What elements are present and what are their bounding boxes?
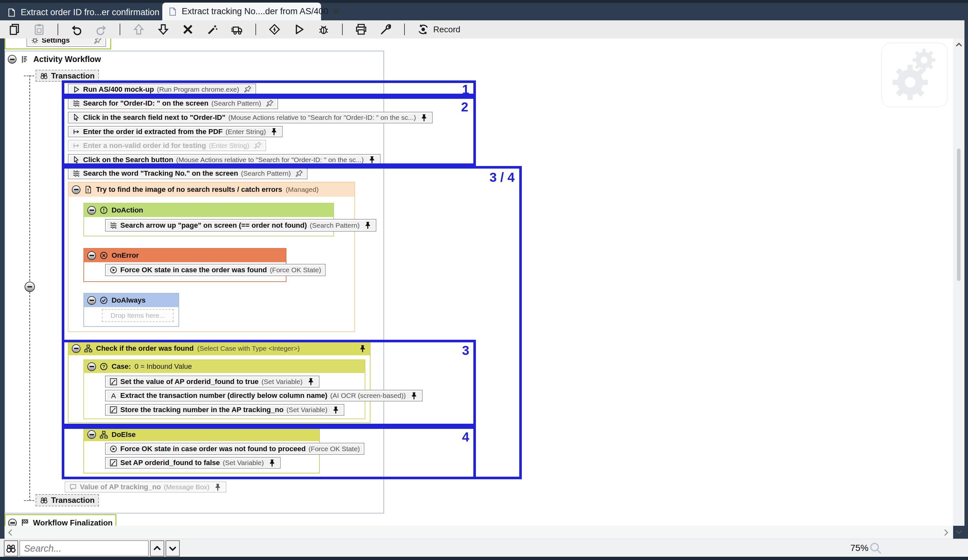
node-transaction-bottom[interactable]: Transaction <box>36 494 99 506</box>
scroll-up-icon[interactable] <box>955 41 963 49</box>
toolbar-separator <box>58 23 58 35</box>
section-title: Workflow Finalization <box>33 518 113 526</box>
node-label: Transaction <box>51 71 95 81</box>
node-transaction-top[interactable]: Transaction <box>36 70 99 82</box>
annotation-box-1 <box>62 81 476 96</box>
section-title: Activity Workflow <box>33 55 101 64</box>
annotation-number-3: 3 <box>462 343 469 358</box>
pin-outline-icon[interactable] <box>93 38 101 45</box>
node-label: Value of AP tracking_no <box>80 483 161 491</box>
node-type: (Message Box) <box>164 483 209 491</box>
scrollbar-thumb[interactable] <box>957 149 961 281</box>
debug-icon[interactable] <box>318 23 330 36</box>
toolbar-separator <box>404 23 405 35</box>
title-bar: Extract order ID fro...er confirmation E… <box>0 0 968 20</box>
find-button[interactable] <box>4 540 18 557</box>
toolbar-separator <box>119 23 120 35</box>
finish-flag-icon <box>21 519 29 526</box>
find-previous-button[interactable] <box>150 540 164 557</box>
annotation-box-4 <box>62 426 476 479</box>
collapse-icon[interactable] <box>8 519 17 526</box>
chevron-up-icon <box>152 544 162 553</box>
annotation-number-4: 4 <box>462 430 469 444</box>
zoom-magnifier-icon <box>869 542 882 555</box>
workflow-finalization-header[interactable]: Workflow Finalization <box>8 518 115 526</box>
record-icon <box>417 23 429 36</box>
node-message-box-tracking-no[interactable]: Value of AP tracking_no (Message Box) <box>65 482 226 492</box>
close-icon[interactable]: ✕ <box>333 7 340 17</box>
toolbar-separator <box>255 23 256 35</box>
tree-connector-stub <box>24 76 34 76</box>
scroll-down-icon[interactable] <box>955 528 963 536</box>
collapse-icon[interactable] <box>25 282 35 292</box>
delete-icon[interactable] <box>182 23 194 36</box>
chevron-down-icon <box>168 544 177 553</box>
window-bottom-edge <box>0 557 968 560</box>
annotation-number-1: 1 <box>462 83 469 97</box>
print-icon[interactable] <box>355 23 367 36</box>
record-label: Record <box>433 25 461 35</box>
find-next-button[interactable] <box>166 540 180 557</box>
zoom-level: 75% <box>850 543 869 553</box>
document-icon <box>168 7 177 17</box>
toolbar-separator <box>342 23 343 35</box>
gear-large <box>891 63 929 101</box>
run-icon[interactable] <box>293 23 305 36</box>
tab-label: Extract tracking No....der from AS/400 <box>182 7 328 17</box>
annotation-number-2: 2 <box>461 100 468 114</box>
magic-wand-icon[interactable] <box>206 23 219 36</box>
horizontal-scrollbar[interactable] <box>5 526 953 539</box>
paste-icon[interactable] <box>33 23 45 36</box>
transaction-icon <box>40 72 48 80</box>
search-input[interactable] <box>20 540 149 557</box>
annotation-box-3 <box>62 340 476 426</box>
move-up-icon[interactable] <box>133 23 145 36</box>
workflow-finalization-container: Workflow Finalization <box>5 514 116 526</box>
tab-label: Extract order ID fro...er confirmation <box>21 7 159 17</box>
status-bar: 75% <box>0 539 968 557</box>
collapse-icon[interactable] <box>8 55 17 64</box>
transaction-icon <box>40 496 48 504</box>
tab-extract-tracking-no[interactable]: Extract tracking No....der from AS/400 ✕ <box>162 3 321 20</box>
vertical-scrollbar[interactable] <box>953 38 965 526</box>
record-button[interactable]: Record <box>417 23 461 36</box>
window-right-edge <box>965 20 968 560</box>
breakpoint-icon[interactable] <box>269 23 281 36</box>
undo-icon[interactable] <box>70 23 83 36</box>
tab-extract-order-id[interactable]: Extract order ID fro...er confirmation <box>7 5 144 20</box>
annotation-box-2 <box>62 96 476 166</box>
tools-icon[interactable] <box>380 23 392 36</box>
toolbar: Record <box>0 20 968 38</box>
scroll-right-icon[interactable] <box>941 529 950 537</box>
node-label: Transaction <box>51 496 95 505</box>
gear-icon <box>31 38 39 44</box>
workflow-icon <box>21 55 29 64</box>
pin-icon[interactable] <box>214 483 222 491</box>
gears-watermark-icon <box>881 43 948 107</box>
message-box-icon <box>69 483 77 491</box>
scroll-left-icon[interactable] <box>7 529 15 537</box>
deploy-truck-icon[interactable] <box>231 23 243 36</box>
move-down-icon[interactable] <box>157 23 169 36</box>
activity-workflow-header: Activity Workflow <box>8 55 101 64</box>
tree-connector-stub <box>24 500 34 501</box>
search-binoculars-icon <box>6 543 16 553</box>
document-icon <box>7 7 16 18</box>
node-settings[interactable]: Settings <box>27 38 106 47</box>
annotation-number-3-4: 3 / 4 <box>489 170 515 185</box>
copy-icon[interactable] <box>8 23 21 36</box>
workflow-canvas[interactable]: Settings Activity Workflow Transaction R… <box>5 38 953 526</box>
node-label: Settings <box>42 38 70 45</box>
window-top-edge <box>0 0 968 3</box>
redo-icon[interactable] <box>95 23 107 36</box>
